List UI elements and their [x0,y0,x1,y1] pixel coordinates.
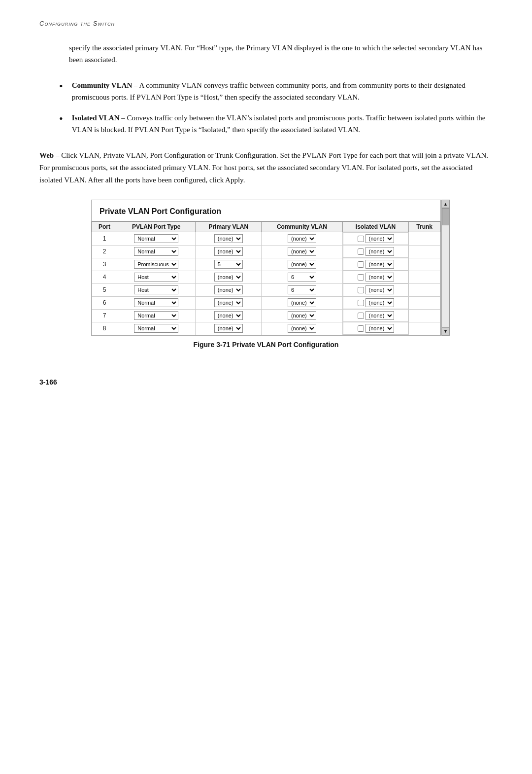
scroll-down-button[interactable]: ▼ [442,327,449,335]
pvlan-type-select[interactable]: NormalPromiscuousHost [134,298,178,307]
cell-primary-vlan[interactable]: (none)12345678 [196,283,262,296]
isolated-vlan-select[interactable]: (none)12345678 [366,247,394,256]
primary-vlan-select[interactable]: (none)12345678 [214,311,243,320]
cell-primary-vlan[interactable]: (none)12345678 [196,322,262,335]
scroll-track [442,208,449,327]
bullet-term-2: Isolated VLAN [72,114,120,122]
table-row: 1NormalPromiscuousHost(none)12345678(non… [92,232,440,246]
community-vlan-select[interactable]: (none)12345678 [288,311,316,320]
pvlan-type-select[interactable]: NormalPromiscuousHost [134,234,178,243]
isolated-checkbox[interactable] [358,236,364,242]
cell-trunk [409,258,440,271]
table-row: 7NormalPromiscuousHost(none)12345678(non… [92,309,440,322]
col-primary-vlan: Primary VLAN [196,222,262,232]
cell-pvlan-type[interactable]: NormalPromiscuousHost [117,296,196,309]
pvlan-type-select[interactable]: NormalPromiscuousHost [134,311,178,320]
primary-vlan-select[interactable]: (none)12345678 [214,234,243,243]
community-vlan-select[interactable]: (none)12345678 [288,285,316,294]
cell-isolated-vlan[interactable]: (none)12345678 [343,322,409,335]
cell-community-vlan[interactable]: (none)12345678 [262,322,343,335]
table-row: 6NormalPromiscuousHost(none)12345678(non… [92,296,440,309]
cell-pvlan-type[interactable]: NormalPromiscuousHost [117,322,196,335]
primary-vlan-select[interactable]: (none)12345678 [214,324,243,333]
cell-community-vlan[interactable]: (none)12345678 [262,245,343,258]
cell-primary-vlan[interactable]: (none)12345678 [196,309,262,322]
community-vlan-select[interactable]: (none)12345678 [288,273,316,281]
cell-community-vlan[interactable]: (none)12345678 [262,232,343,246]
bullet-term-1: Community VLAN [72,81,133,89]
pvlan-type-select[interactable]: NormalPromiscuousHost [134,273,178,281]
primary-vlan-select[interactable]: (none)12345678 [214,273,243,281]
community-vlan-select[interactable]: (none)12345678 [288,260,316,269]
cell-port: 7 [92,309,117,322]
cell-trunk [409,271,440,283]
cell-port: 3 [92,258,117,271]
cell-primary-vlan[interactable]: (none)12345678 [196,232,262,246]
cell-pvlan-type[interactable]: NormalPromiscuousHost [117,258,196,271]
pvlan-type-select[interactable]: NormalPromiscuousHost [134,285,178,294]
cell-trunk [409,309,440,322]
cell-pvlan-type[interactable]: NormalPromiscuousHost [117,309,196,322]
cell-primary-vlan[interactable]: (none)12345678 [196,271,262,283]
cell-community-vlan[interactable]: (none)12345678 [262,271,343,283]
isolated-vlan-select[interactable]: (none)12345678 [366,298,394,307]
primary-vlan-select[interactable]: (none)12345678 [214,298,243,307]
pvlan-type-select[interactable]: NormalPromiscuousHost [134,260,178,269]
cell-port: 6 [92,296,117,309]
cell-community-vlan[interactable]: (none)12345678 [262,283,343,296]
scroll-thumb[interactable] [442,208,449,225]
isolated-vlan-select[interactable]: (none)12345678 [366,234,394,243]
isolated-checkbox[interactable] [358,313,364,319]
isolated-checkbox[interactable] [358,325,364,332]
cell-community-vlan[interactable]: (none)12345678 [262,309,343,322]
cell-port: 1 [92,232,117,246]
primary-vlan-select[interactable]: (none)12345678 [214,247,243,256]
isolated-checkbox[interactable] [358,274,364,281]
isolated-vlan-select[interactable]: (none)12345678 [366,285,394,294]
cell-isolated-vlan[interactable]: (none)12345678 [343,271,409,283]
community-vlan-select[interactable]: (none)12345678 [288,234,316,243]
pvlan-type-select[interactable]: NormalPromiscuousHost [134,247,178,256]
figure-caption: Figure 3-71 Private VLAN Port Configurat… [39,341,493,349]
cell-primary-vlan[interactable]: (none)12345678 [196,258,262,271]
community-vlan-select[interactable]: (none)12345678 [288,247,316,256]
community-vlan-select[interactable]: (none)12345678 [288,324,316,333]
cell-community-vlan[interactable]: (none)12345678 [262,296,343,309]
cell-pvlan-type[interactable]: NormalPromiscuousHost [117,245,196,258]
pvlan-type-select[interactable]: NormalPromiscuousHost [134,324,178,333]
cell-pvlan-type[interactable]: NormalPromiscuousHost [117,232,196,246]
cell-isolated-vlan[interactable]: (none)12345678 [343,232,409,245]
intro-text: specify the associated primary VLAN. For… [69,42,493,66]
cell-primary-vlan[interactable]: (none)12345678 [196,245,262,258]
isolated-vlan-select[interactable]: (none)12345678 [366,260,394,269]
cell-community-vlan[interactable]: (none)12345678 [262,258,343,271]
community-vlan-select[interactable]: (none)12345678 [288,298,316,307]
cell-isolated-vlan[interactable]: (none)12345678 [343,258,409,271]
web-bold: Web [39,151,54,159]
cell-isolated-vlan[interactable]: (none)12345678 [343,296,409,309]
table-row: 3NormalPromiscuousHost(none)12345678(non… [92,258,440,271]
cell-isolated-vlan[interactable]: (none)12345678 [343,309,409,322]
scroll-up-button[interactable]: ▲ [442,200,449,208]
cell-isolated-vlan[interactable]: (none)12345678 [343,283,409,296]
isolated-vlan-select[interactable]: (none)12345678 [366,324,394,333]
bullet-list: • Community VLAN – A community VLAN conv… [59,79,493,136]
isolated-checkbox[interactable] [358,248,364,255]
cell-isolated-vlan[interactable]: (none)12345678 [343,245,409,258]
isolated-checkbox[interactable] [358,287,364,293]
cell-primary-vlan[interactable]: (none)12345678 [196,296,262,309]
cell-pvlan-type[interactable]: NormalPromiscuousHost [117,283,196,296]
isolated-checkbox[interactable] [358,300,364,306]
primary-vlan-select[interactable]: (none)12345678 [214,260,243,269]
scrollbar[interactable]: ▲ ▼ [441,200,450,336]
col-port: Port [92,222,117,232]
list-item: • Community VLAN – A community VLAN conv… [59,79,493,103]
isolated-checkbox[interactable] [358,261,364,268]
primary-vlan-select[interactable]: (none)12345678 [214,285,243,294]
cell-port: 4 [92,271,117,283]
isolated-vlan-select[interactable]: (none)12345678 [366,273,394,281]
isolated-vlan-select[interactable]: (none)12345678 [366,311,394,320]
table-row: 4NormalPromiscuousHost(none)12345678(non… [92,271,440,283]
table-row: 2NormalPromiscuousHost(none)12345678(non… [92,245,440,258]
cell-pvlan-type[interactable]: NormalPromiscuousHost [117,271,196,283]
